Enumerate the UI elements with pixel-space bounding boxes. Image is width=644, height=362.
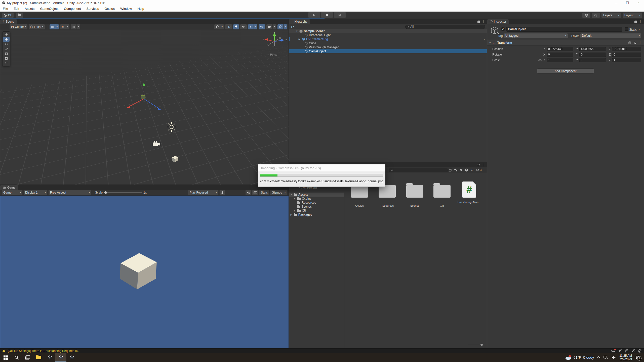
menu-file[interactable]: File bbox=[0, 6, 11, 12]
tree-row-packages[interactable]: ▶ Packages bbox=[289, 213, 344, 217]
project-search-input[interactable] bbox=[389, 168, 448, 172]
hidden-assets-count[interactable]: 3 bbox=[476, 168, 482, 172]
rotation-x-field[interactable]: 0 bbox=[547, 53, 573, 57]
tag-dropdown[interactable]: Untagged▾ bbox=[504, 33, 568, 38]
scene-cube-object[interactable] bbox=[170, 155, 179, 164]
hierarchy-row-passthrough-manager[interactable]: Passthrough Manager bbox=[289, 45, 487, 49]
open-asset-icon[interactable] bbox=[449, 169, 452, 171]
task-view-button[interactable] bbox=[22, 353, 33, 362]
increment-snap-button[interactable] bbox=[71, 24, 76, 29]
tab-hierarchy[interactable]: ≡ Hierarchy bbox=[289, 19, 310, 24]
mute-audio-button[interactable] bbox=[246, 190, 251, 195]
effects-caret[interactable]: ▾ bbox=[254, 24, 257, 29]
menu-edit[interactable]: Edit bbox=[11, 6, 22, 12]
kebab-menu-icon[interactable]: ⋮ bbox=[482, 20, 485, 23]
foldout-open-icon[interactable]: ▼ bbox=[489, 41, 491, 44]
menu-help[interactable]: Help bbox=[135, 6, 147, 12]
scene-viewport[interactable]: y x z < Persp bbox=[0, 30, 289, 185]
network-icon[interactable] bbox=[603, 356, 608, 359]
grid-visibility-caret[interactable]: ▾ bbox=[55, 24, 59, 29]
prefab-open-arrow[interactable]: › bbox=[484, 37, 485, 41]
lock-icon[interactable] bbox=[477, 21, 480, 23]
tree-row-assets[interactable]: ▼ Assets bbox=[289, 193, 344, 197]
foldout-closed-icon[interactable]: ▶ bbox=[294, 209, 296, 212]
scale-y-field[interactable]: 1 bbox=[579, 58, 606, 62]
autorefresh-disabled-icon[interactable] bbox=[631, 349, 635, 352]
move-tool[interactable] bbox=[3, 37, 10, 42]
rotation-z-field[interactable]: 0 bbox=[612, 53, 641, 57]
progress-done-icon[interactable] bbox=[638, 349, 641, 353]
menu-window[interactable]: Window bbox=[117, 6, 135, 12]
tool-handle-rotation-dropdown[interactable]: Local▾ bbox=[29, 24, 45, 29]
asset-tile-oculus[interactable]: Oculus bbox=[347, 185, 372, 207]
slider-handle[interactable] bbox=[480, 344, 483, 346]
display-dropdown[interactable]: Display 1▾ bbox=[24, 190, 47, 195]
scene-gizmos-button[interactable] bbox=[277, 24, 283, 29]
debugger-disabled-icon[interactable] bbox=[618, 349, 622, 352]
unity-editor-button-active[interactable] bbox=[55, 353, 66, 362]
menu-oculus[interactable]: Oculus bbox=[102, 6, 117, 12]
rect-tool[interactable] bbox=[3, 51, 10, 56]
hierarchy-row-directional-light[interactable]: Directional Light bbox=[289, 33, 487, 37]
custom-tool[interactable] bbox=[3, 61, 10, 66]
volume-icon[interactable] bbox=[612, 356, 616, 359]
directional-light-gizmo[interactable] bbox=[166, 121, 177, 132]
position-z-field[interactable]: -3.710812 bbox=[612, 47, 641, 51]
layers-dropdown[interactable]: Layers▾ bbox=[601, 13, 621, 18]
foldout-closed-icon[interactable]: ▶ bbox=[290, 213, 293, 216]
static-caret[interactable]: ▾ bbox=[639, 28, 640, 30]
tray-expand-chevron[interactable] bbox=[597, 356, 600, 360]
asset-tile-resources[interactable]: Resources bbox=[375, 185, 400, 207]
scale-tool[interactable] bbox=[3, 47, 10, 51]
cloud-services-icon[interactable] bbox=[611, 349, 615, 352]
foldout-closed-icon[interactable]: ▶ bbox=[294, 197, 296, 200]
scene-camera-button[interactable] bbox=[266, 24, 272, 29]
perspective-toggle[interactable]: < Persp bbox=[268, 53, 277, 56]
constrain-proportions-icon[interactable] bbox=[538, 59, 542, 62]
frame-debugger-button[interactable] bbox=[220, 190, 225, 195]
scale-x-field[interactable]: 1 bbox=[547, 58, 573, 62]
static-checkbox[interactable] bbox=[625, 27, 628, 31]
stats-button[interactable]: Stats bbox=[259, 190, 269, 195]
slider-handle[interactable] bbox=[104, 191, 107, 194]
foldout-closed-icon[interactable]: ▶ bbox=[298, 38, 301, 40]
kebab-menu-icon[interactable]: ⋮ bbox=[639, 20, 642, 23]
orientation-gizmo[interactable]: y x z bbox=[262, 30, 288, 54]
presets-icon[interactable] bbox=[633, 41, 636, 44]
asset-tile-xr[interactable]: XR bbox=[429, 185, 455, 207]
menu-component[interactable]: Component bbox=[61, 6, 84, 12]
gizmos-dropdown[interactable]: Gizmos▾ bbox=[270, 190, 287, 195]
game-viewport[interactable] bbox=[0, 196, 289, 348]
camera-caret[interactable]: ▾ bbox=[273, 24, 276, 29]
move-gizmo[interactable] bbox=[124, 81, 164, 117]
game-view-mode-dropdown[interactable]: Game▾ bbox=[2, 190, 22, 195]
version-control-button[interactable]: CL bbox=[2, 13, 14, 18]
position-y-field[interactable]: 4.003655 bbox=[579, 47, 606, 51]
tool-handle-position-dropdown[interactable]: Center▾ bbox=[10, 24, 27, 29]
tree-row-scenes[interactable]: Scenes bbox=[289, 205, 344, 209]
help-icon[interactable]: ? bbox=[628, 41, 631, 44]
tab-inspector[interactable]: i Inspector bbox=[487, 19, 509, 24]
effects-toggle-button[interactable] bbox=[248, 24, 254, 29]
create-object-button[interactable]: + ▾ bbox=[291, 25, 294, 29]
thumbnail-zoom-slider[interactable] bbox=[468, 344, 483, 346]
search-button[interactable] bbox=[592, 13, 600, 18]
unity-editor-button-2[interactable] bbox=[66, 353, 77, 362]
2d-toggle-button[interactable]: 2D bbox=[225, 24, 232, 29]
scale-slider[interactable] bbox=[104, 191, 142, 194]
favorites-star-icon[interactable]: ★ bbox=[470, 168, 473, 172]
aspect-ratio-dropdown[interactable]: Free Aspect▾ bbox=[49, 190, 91, 195]
gizmos-caret[interactable]: ▾ bbox=[284, 24, 287, 29]
menu-services[interactable]: Services bbox=[84, 6, 102, 12]
grid-snapping-button[interactable] bbox=[60, 24, 66, 29]
object-name-field[interactable]: GameObject bbox=[506, 27, 622, 32]
kebab-menu-icon[interactable]: ⋮ bbox=[639, 41, 642, 44]
foldout-open-icon[interactable]: ▼ bbox=[290, 193, 293, 196]
lighting-toggle-button[interactable] bbox=[233, 24, 239, 29]
shading-mode-button[interactable] bbox=[214, 24, 220, 29]
scene-visibility-button[interactable] bbox=[259, 24, 265, 29]
rotate-tool[interactable] bbox=[3, 42, 10, 47]
rotation-y-field[interactable]: 0 bbox=[579, 53, 606, 57]
hierarchy-search-input[interactable]: All bbox=[405, 25, 485, 29]
warning-filter-icon[interactable] bbox=[465, 168, 468, 172]
